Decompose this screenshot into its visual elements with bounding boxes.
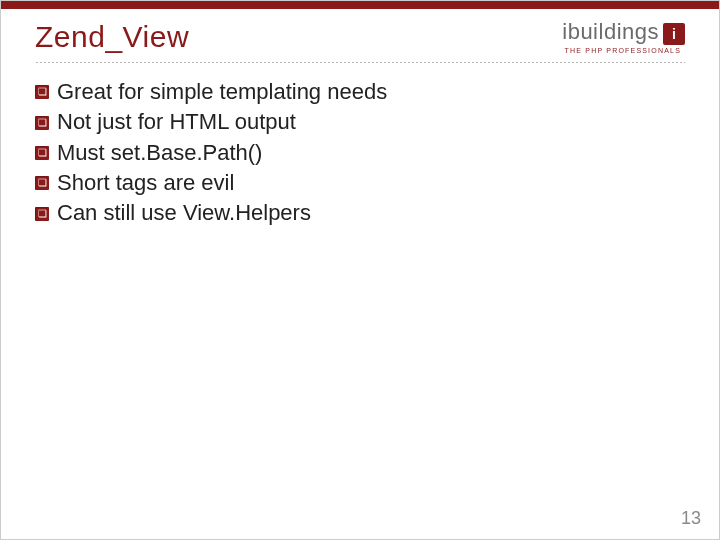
checkbox-icon: ❏ xyxy=(35,207,49,221)
list-item: ❏ Short tags are evil xyxy=(35,168,685,198)
list-item: ❏ Can still use View.Helpers xyxy=(35,198,685,228)
checkbox-icon: ❏ xyxy=(35,176,49,190)
logo-tagline: THE PHP PROFESSIONALS xyxy=(565,47,681,54)
bullet-text: Must set.Base.Path() xyxy=(57,138,262,168)
list-item: ❏ Not just for HTML output xyxy=(35,107,685,137)
header: Zend_View ibuildings i THE PHP PROFESSIO… xyxy=(1,9,719,60)
bullet-text: Short tags are evil xyxy=(57,168,234,198)
bullet-text: Can still use View.Helpers xyxy=(57,198,311,228)
list-item: ❏ Great for simple templating needs xyxy=(35,77,685,107)
logo-badge-icon: i xyxy=(663,23,685,45)
bullet-text: Not just for HTML output xyxy=(57,107,296,137)
page-number: 13 xyxy=(681,508,701,529)
bullet-text: Great for simple templating needs xyxy=(57,77,387,107)
checkbox-icon: ❏ xyxy=(35,85,49,99)
checkbox-icon: ❏ xyxy=(35,116,49,130)
page-title: Zend_View xyxy=(35,20,189,54)
list-item: ❏ Must set.Base.Path() xyxy=(35,138,685,168)
slide: Zend_View ibuildings i THE PHP PROFESSIO… xyxy=(0,0,720,540)
checkbox-icon: ❏ xyxy=(35,146,49,160)
top-accent-bar xyxy=(1,1,719,9)
logo-text: ibuildings xyxy=(562,19,659,45)
logo-main: ibuildings i xyxy=(562,19,685,45)
logo: ibuildings i THE PHP PROFESSIONALS xyxy=(562,19,685,54)
content: ❏ Great for simple templating needs ❏ No… xyxy=(1,63,719,229)
